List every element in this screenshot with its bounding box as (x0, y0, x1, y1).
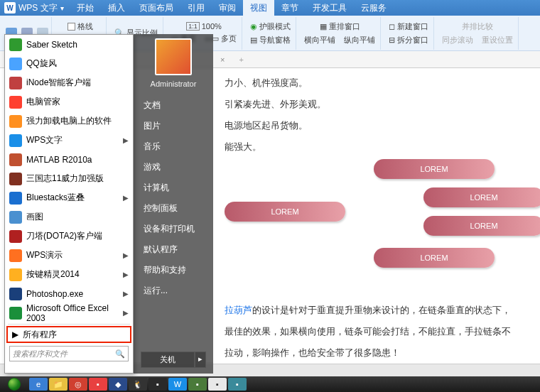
start-item[interactable]: 按键精灵2014▶ (5, 265, 133, 284)
chevron-right-icon: ▶ (123, 251, 129, 259)
start-item[interactable]: MATLAB R2010a (5, 150, 133, 169)
close-tab-icon[interactable]: × (220, 55, 225, 64)
app-icon (9, 115, 22, 128)
shutdown-area: 关机 ▸ (141, 352, 206, 368)
search-placeholder: 搜索程序和文件 (13, 349, 68, 359)
hsplit[interactable]: 横向平铺 (302, 33, 338, 47)
app-icon (9, 249, 22, 262)
document-area: 力小、机件强度高。 引紧凑先进、外形美观。 电源地区起吊货物。 能强大。 LOR… (213, 68, 540, 376)
start-item[interactable]: Photoshop.exe▶ (5, 284, 133, 303)
taskbar-explorer-icon[interactable]: 📁 (49, 378, 68, 391)
pill-node: LOREM (374, 248, 495, 268)
start-right-item[interactable]: 游戏 (134, 157, 213, 178)
sync-scroll: 同步滚动 (440, 33, 475, 47)
all-programs[interactable]: ▶ 所有程序 (6, 326, 131, 343)
start-button[interactable] (0, 376, 28, 392)
start-item[interactable]: iNode智能客户端 (5, 73, 133, 92)
shutdown-button[interactable]: 关机 (141, 352, 195, 368)
split-window[interactable]: ⊟拆分窗口 (387, 33, 431, 47)
tab-ref[interactable]: 引用 (180, 0, 212, 16)
nav-pane[interactable]: ▤导航窗格 (248, 33, 293, 47)
user-avatar[interactable] (155, 38, 192, 75)
start-item[interactable]: 画图 (5, 207, 133, 227)
start-right-item[interactable]: 计算机 (134, 178, 213, 198)
tab-review[interactable]: 审阅 (212, 0, 243, 16)
start-item[interactable]: 强力卸载电脑上的软件 (5, 111, 133, 131)
start-item[interactable]: 电脑管家 (5, 92, 133, 111)
taskbar-app-icon[interactable]: ◎ (69, 378, 87, 391)
tab-insert[interactable]: 插入 (101, 0, 132, 16)
start-item-label: QQ旋风 (26, 58, 57, 70)
start-item-label: 画图 (26, 211, 43, 223)
tab-start[interactable]: 开始 (70, 0, 101, 16)
app-icon (9, 230, 22, 243)
title-dropdown-icon[interactable]: ▾ (60, 4, 64, 12)
chevron-right-icon: ▶ (123, 271, 129, 278)
search-icon[interactable]: 🔍 (115, 349, 125, 359)
app-icon (9, 134, 22, 147)
taskbar-wps-icon[interactable]: W (168, 378, 187, 391)
start-item[interactable]: Bluestacks蓝叠▶ (5, 188, 133, 207)
start-menu-right: Administrator 文档图片音乐游戏计算机控制面板设备和打印机默认程序帮… (134, 34, 213, 374)
new-window[interactable]: ◻新建窗口 (387, 20, 431, 33)
chevron-right-icon: ▶ (123, 290, 129, 298)
start-item[interactable]: 三国志11威力加强版 (5, 169, 133, 188)
arrow-right-icon: ▶ (12, 330, 18, 339)
taskbar-app-icon[interactable]: ▪ (148, 378, 167, 391)
chevron-right-icon: ▶ (123, 136, 129, 144)
search-input[interactable]: 搜索程序和文件 🔍 (9, 346, 129, 361)
app-icon: W (4, 2, 16, 13)
tab-dev[interactable]: 开发工具 (306, 0, 354, 16)
zoom-100[interactable]: 1:1100% (184, 21, 224, 32)
start-right-item[interactable]: 控制面板 (134, 198, 213, 219)
tab-chapter[interactable]: 章节 (274, 0, 306, 16)
taskbar-app-icon[interactable]: ▪ (208, 378, 227, 391)
start-right-item[interactable]: 运行... (134, 281, 213, 301)
vsplit[interactable]: 纵向平铺 (342, 33, 377, 47)
side-by-side: 并排比较 (460, 20, 495, 33)
chk-gridlines[interactable]: 格线 (65, 20, 95, 33)
start-item[interactable]: WPS文字▶ (5, 131, 133, 150)
start-item[interactable]: 刀塔(DOTA2)客户端 (5, 227, 133, 246)
taskbar-app-icon[interactable]: ▪ (188, 378, 207, 391)
taskbar-app-icon[interactable]: ▪ (89, 378, 107, 391)
app-icon (9, 192, 22, 205)
start-right-item[interactable]: 图片 (134, 116, 213, 136)
guard-mode[interactable]: ◉护眼模式 (248, 20, 293, 33)
start-item-label: Bluestacks蓝叠 (26, 192, 85, 204)
start-item-label: WPS演示 (26, 249, 63, 261)
start-item[interactable]: WPS演示▶ (5, 246, 133, 265)
app-title: WPS 文字 (18, 2, 58, 14)
start-item-label: 强力卸载电脑上的软件 (26, 115, 112, 127)
pill-node: LOREM (423, 187, 540, 207)
start-right-item[interactable]: 音乐 (134, 136, 213, 157)
start-item-label: 电脑管家 (26, 96, 60, 108)
app-icon (9, 38, 22, 51)
start-right-item[interactable]: 文档 (134, 95, 213, 116)
doc-line: 电源地区起吊货物。 (225, 116, 529, 135)
start-item[interactable]: QQ旋风 (5, 54, 133, 73)
rearrange[interactable]: ▦重排窗口 (318, 20, 362, 33)
start-item-label: 刀塔(DOTA2)客户端 (26, 230, 102, 242)
add-tab-icon[interactable]: + (239, 55, 243, 64)
taskbar-ie-icon[interactable]: e (29, 378, 48, 391)
doc-link[interactable]: 拉葫芦 (225, 305, 252, 315)
start-item[interactable]: Microsoft Office Excel 2003▶ (5, 303, 133, 322)
taskbar-app-icon[interactable]: ▪ (228, 378, 247, 391)
shutdown-menu-icon[interactable]: ▸ (195, 352, 206, 368)
start-item-label: iNode智能客户端 (26, 77, 91, 89)
tab-cloud[interactable]: 云服务 (354, 0, 394, 16)
app-icon (9, 268, 22, 281)
tab-view[interactable]: 视图 (243, 0, 274, 16)
start-right-item[interactable]: 默认程序 (134, 239, 213, 260)
app-icon (9, 96, 22, 109)
shield-icon: ◉ (250, 22, 257, 31)
taskbar-app-icon[interactable]: ◆ (109, 378, 127, 391)
start-item[interactable]: Saber Sketch (5, 35, 133, 54)
start-right-item[interactable]: 帮助和支持 (134, 260, 213, 281)
app-icon (9, 211, 22, 224)
pill-node: LOREM (225, 202, 345, 222)
taskbar-qq-icon[interactable]: 🐧 (129, 378, 147, 391)
tab-layout[interactable]: 页面布局 (132, 0, 180, 16)
start-right-item[interactable]: 设备和打印机 (134, 219, 213, 239)
